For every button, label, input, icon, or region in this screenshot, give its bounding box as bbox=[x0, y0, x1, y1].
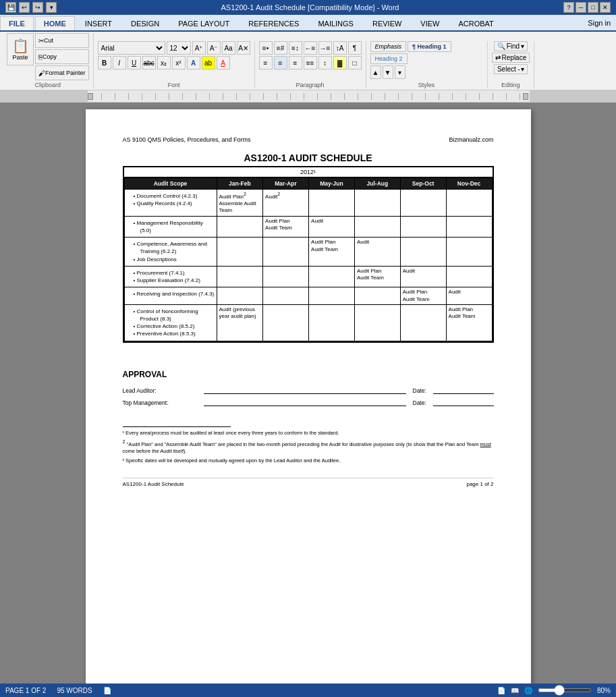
style-emphasis[interactable]: Emphasis bbox=[370, 41, 407, 52]
text-effects-button[interactable]: A bbox=[187, 56, 200, 69]
cell-may-jun: Audit bbox=[309, 216, 355, 237]
tab-references[interactable]: REFERENCES bbox=[240, 16, 308, 30]
subscript-button[interactable]: x₂ bbox=[157, 56, 171, 69]
page-info: PAGE 1 OF 2 bbox=[5, 687, 46, 694]
find-icon: 🔍 bbox=[497, 43, 505, 50]
tab-home[interactable]: HOME bbox=[35, 16, 75, 30]
paste-icon: 📋 bbox=[12, 38, 29, 54]
title-bar: 💾 ↩ ↪ ▾ AS1200-1 Audit Schedule [Compati… bbox=[0, 0, 616, 15]
proofing-icon[interactable]: 📄 bbox=[103, 687, 111, 694]
tab-mailings[interactable]: MAILINGS bbox=[309, 16, 362, 30]
strikethrough-button[interactable]: abc bbox=[142, 56, 156, 69]
style-heading2[interactable]: Heading 2 bbox=[370, 53, 408, 64]
close-button[interactable]: ✕ bbox=[600, 2, 611, 13]
cut-button[interactable]: ✂ Cut bbox=[35, 33, 89, 48]
sort-button[interactable]: ↕A bbox=[333, 41, 347, 55]
increase-indent-button[interactable]: →≡ bbox=[318, 41, 332, 55]
ribbon-group-paragraph: ≡• ≡# ≡↕ ←≡ →≡ ↕A ¶ ≡ ≡ ≡ ≡≡ ↕ ▓ □ bbox=[255, 41, 366, 88]
grow-font-button[interactable]: A⁺ bbox=[192, 41, 206, 55]
cell-jan-feb: Audit Plan2Assemble Audit Team bbox=[217, 190, 263, 217]
highlight-color-button[interactable]: ab bbox=[202, 56, 215, 69]
customize-qat-icon[interactable]: ▾ bbox=[46, 2, 57, 13]
shading-button[interactable]: ▓ bbox=[333, 56, 347, 69]
top-management-date-field[interactable] bbox=[433, 398, 494, 406]
undo-icon[interactable]: ↩ bbox=[19, 2, 30, 13]
clipboard-group-label: Clipboard bbox=[7, 80, 89, 88]
view-web-button[interactable]: 🌐 bbox=[524, 687, 532, 694]
tab-view[interactable]: VIEW bbox=[412, 16, 448, 30]
scope-cell: Control of Nonconforming Product (8.3)Co… bbox=[124, 304, 217, 341]
styles-more[interactable]: ▾ bbox=[395, 65, 405, 79]
style-heading1[interactable]: ¶ Heading 1 bbox=[408, 41, 451, 52]
select-button[interactable]: Select - ▾ bbox=[494, 64, 528, 74]
borders-button[interactable]: □ bbox=[348, 56, 362, 69]
tab-insert[interactable]: INSERT bbox=[76, 16, 121, 30]
cell-mar-apr bbox=[263, 266, 309, 287]
tab-design[interactable]: DESIGN bbox=[122, 16, 168, 30]
document-area: AS 9100 QMS Policies, Procedures, and Fo… bbox=[0, 103, 616, 697]
align-right-button[interactable]: ≡ bbox=[289, 56, 302, 69]
styles-scroll-up[interactable]: ▲ bbox=[370, 65, 381, 79]
multilevel-list-button[interactable]: ≡↕ bbox=[289, 41, 302, 55]
cell-jul-aug: Audit bbox=[354, 238, 400, 267]
decrease-indent-button[interactable]: ←≡ bbox=[304, 41, 317, 55]
minimize-button[interactable]: ─ bbox=[576, 2, 586, 13]
shrink-font-button[interactable]: A⁻ bbox=[207, 41, 221, 55]
bold-button[interactable]: B bbox=[98, 56, 111, 69]
sign-in-link[interactable]: Sign in bbox=[582, 16, 616, 30]
footnote-1: ¹ Every area/process must be audited at … bbox=[123, 430, 494, 437]
tab-acrobat[interactable]: ACROBAT bbox=[449, 16, 502, 30]
scope-cell: Management Responsibility (5.0) bbox=[124, 216, 217, 237]
zoom-level: 80% bbox=[597, 687, 611, 694]
paste-button[interactable]: 📋 Paste bbox=[7, 33, 34, 65]
cell-may-jun bbox=[309, 287, 355, 305]
tab-page-layout[interactable]: PAGE LAYOUT bbox=[169, 16, 238, 30]
cell-nov-dec bbox=[446, 266, 492, 287]
table-row: Competence, Awareness and Training (6.2.… bbox=[124, 238, 492, 267]
clear-format-button[interactable]: A✕ bbox=[237, 41, 250, 55]
font-name-select[interactable]: Arial bbox=[98, 41, 165, 55]
help-button[interactable]: ? bbox=[563, 2, 574, 13]
view-print-button[interactable]: 📄 bbox=[497, 687, 505, 694]
bullet-list-button[interactable]: ≡• bbox=[259, 41, 273, 55]
underline-button[interactable]: U bbox=[128, 56, 141, 69]
redo-icon[interactable]: ↪ bbox=[32, 2, 43, 13]
styles-group-label: Styles bbox=[370, 80, 483, 88]
tab-file[interactable]: FILE bbox=[0, 16, 34, 30]
format-painter-button[interactable]: 🖌 Format Painter bbox=[35, 65, 89, 80]
font-size-select[interactable]: 12 bbox=[167, 41, 191, 55]
cell-jan-feb bbox=[217, 216, 263, 237]
replace-button[interactable]: ⇄ Replace bbox=[492, 53, 530, 63]
show-marks-button[interactable]: ¶ bbox=[348, 41, 362, 55]
change-case-button[interactable]: Aa bbox=[222, 41, 235, 55]
line-spacing-button[interactable]: ↕ bbox=[318, 56, 332, 69]
font-color-button[interactable]: A bbox=[217, 56, 230, 69]
cell-mar-apr bbox=[263, 238, 309, 267]
copy-button[interactable]: ⎘ Copy bbox=[35, 49, 89, 64]
maximize-button[interactable]: □ bbox=[588, 2, 598, 13]
align-left-button[interactable]: ≡ bbox=[259, 56, 273, 69]
superscript-button[interactable]: x² bbox=[172, 56, 186, 69]
top-management-field[interactable] bbox=[204, 398, 406, 406]
ruler-marker-left[interactable] bbox=[88, 93, 93, 100]
cell-nov-dec bbox=[446, 216, 492, 237]
find-button[interactable]: 🔍 Find ▾ bbox=[494, 41, 528, 51]
center-button[interactable]: ≡ bbox=[274, 56, 287, 69]
justify-button[interactable]: ≡≡ bbox=[304, 56, 317, 69]
italic-button[interactable]: I bbox=[113, 56, 126, 69]
lead-auditor-date-field[interactable] bbox=[433, 386, 494, 394]
view-reading-button[interactable]: 📖 bbox=[511, 687, 519, 694]
paragraph-group-label: Paragraph bbox=[259, 80, 362, 88]
ribbon-group-editing: 🔍 Find ▾ ⇄ Replace Select - ▾ Editing bbox=[488, 41, 535, 88]
cell-mar-apr: Audit2 bbox=[263, 190, 309, 217]
ruler-marker-right[interactable] bbox=[523, 93, 528, 100]
numbered-list-button[interactable]: ≡# bbox=[274, 41, 287, 55]
lead-auditor-field[interactable] bbox=[204, 386, 406, 394]
col-header-may-jun: May-Jun bbox=[309, 178, 355, 190]
audit-table: Audit Scope Jan-Feb Mar-Apr May-Jun Jul-… bbox=[124, 177, 493, 341]
save-icon[interactable]: 💾 bbox=[5, 2, 16, 13]
tab-review[interactable]: REVIEW bbox=[364, 16, 410, 30]
styles-scroll-down[interactable]: ▼ bbox=[383, 65, 393, 79]
header-left: AS 9100 QMS Policies, Procedures, and Fo… bbox=[123, 136, 251, 143]
zoom-slider[interactable] bbox=[538, 688, 592, 692]
